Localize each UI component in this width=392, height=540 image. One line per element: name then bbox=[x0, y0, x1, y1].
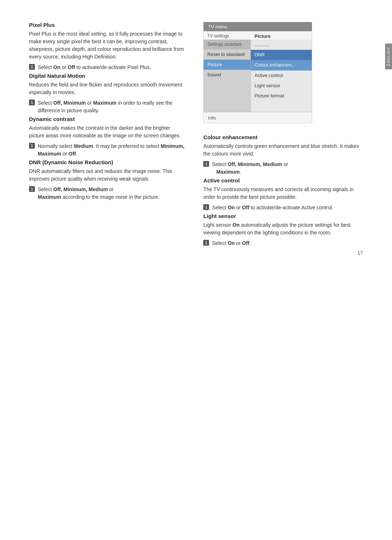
bullet-icon-4: 1 bbox=[29, 186, 35, 192]
bullet-icon-2: 1 bbox=[29, 100, 35, 105]
ce-title: Colour enhancement bbox=[203, 134, 363, 140]
bullet-icon-6: 1 bbox=[203, 204, 209, 210]
menu-right-dots: ............ bbox=[251, 40, 312, 50]
dnr-bullet: 1 Select Off, Minimum, Medium orMaximum … bbox=[29, 186, 185, 201]
menu-item-empty-1 bbox=[204, 80, 250, 91]
section-digital-natural-motion: Digital Natural Motion Reduces the field… bbox=[29, 73, 185, 114]
dnm-body: Reduces the field and line flicker and r… bbox=[29, 81, 185, 96]
section-dnr: DNR (Dynamic Noise Reduction) DNR automa… bbox=[29, 159, 185, 201]
menu-right-active-control[interactable]: Active control bbox=[251, 70, 312, 81]
dnr-title: DNR (Dynamic Noise Reduction) bbox=[29, 159, 185, 165]
dnm-bullet-text: Select Off, Minimum or Maximum in order … bbox=[38, 99, 185, 114]
tv-picture-label: Picture bbox=[251, 33, 274, 40]
tv-settings-label: TV settings bbox=[204, 33, 251, 40]
dc-bullet: 1 Normally select Medium. It may be pref… bbox=[29, 142, 185, 158]
bullet-icon-1: 1 bbox=[29, 64, 35, 70]
ce-body: Automatically controls green enhancement… bbox=[203, 142, 363, 158]
pixel-plus-title: Pixel Plus bbox=[29, 22, 185, 28]
menu-right-dnr[interactable]: DNR bbox=[251, 50, 312, 60]
section-dynamic-contrast: Dynamic contrast Automatically makes the… bbox=[29, 116, 185, 158]
dnr-body: DNR automatically filters out and reduce… bbox=[29, 168, 185, 183]
menu-right-empty bbox=[251, 101, 312, 112]
ls-bullet-text: Select On or Off. bbox=[212, 239, 251, 247]
ce-bullet-text: Select Off, Minimum, Medium or Maximum. bbox=[212, 161, 288, 176]
section-active-control: Active control The TV continuously measu… bbox=[203, 177, 363, 211]
ac-title: Active control bbox=[203, 177, 363, 184]
menu-item-picture[interactable]: Picture bbox=[204, 60, 250, 70]
menu-right-light-sensor[interactable]: Light sensor bbox=[251, 81, 312, 91]
tv-menu-panel: TV menu TV settings Picture Settings ass… bbox=[203, 22, 312, 123]
dc-bullet-text: Normally select Medium. It may be prefer… bbox=[38, 142, 185, 158]
side-tab-english: ENGLISH bbox=[385, 44, 392, 69]
menu-right-picture-format[interactable]: Picture format bbox=[251, 91, 312, 101]
menu-item-reset-to-standard[interactable]: Reset to standard bbox=[204, 49, 250, 60]
bullet-icon-5: 1 bbox=[203, 161, 209, 167]
right-column: TV menu TV settings Picture Settings ass… bbox=[196, 22, 363, 249]
section-pixel-plus: Pixel Plus Pixel Plus is the most ideal … bbox=[29, 22, 185, 71]
section-colour-enhancement: Colour enhancement Automatically control… bbox=[203, 134, 363, 176]
ac-body: The TV continuously measures and correct… bbox=[203, 186, 363, 201]
ce-bullet: 1 Select Off, Minimum, Medium or Maximum… bbox=[203, 161, 363, 176]
ls-bullet: 1 Select On or Off. bbox=[203, 239, 363, 247]
dc-body: Automatically makes the contrast in the … bbox=[29, 124, 185, 140]
menu-item-settings-assistant[interactable]: Settings assistant bbox=[204, 40, 250, 49]
ls-title: Light sensor bbox=[203, 213, 363, 219]
tv-menu-left-col: Settings assistant Reset to standard Pic… bbox=[204, 40, 251, 112]
dnr-bullet-text: Select Off, Minimum, Medium orMaximum ac… bbox=[38, 186, 159, 201]
pixel-plus-bullet-text: Select On or Off to activate/de-activate… bbox=[38, 64, 151, 71]
menu-item-sound[interactable]: Sound bbox=[204, 70, 250, 80]
tv-menu-info-row: Info bbox=[204, 112, 312, 123]
tv-menu-header: TV menu bbox=[204, 22, 312, 31]
tv-menu-row: Settings assistant Reset to standard Pic… bbox=[204, 40, 312, 112]
dc-title: Dynamic contrast bbox=[29, 116, 185, 122]
left-column: Pixel Plus Pixel Plus is the most ideal … bbox=[29, 22, 196, 249]
ac-bullet: 1 Select On or Off to activate/de-activa… bbox=[203, 204, 363, 211]
dnm-bullet: 1 Select Off, Minimum or Maximum in orde… bbox=[29, 99, 185, 114]
menu-item-empty-2 bbox=[204, 91, 250, 102]
section-light-sensor: Light sensor Light sensor On automatical… bbox=[203, 213, 363, 247]
bullet-icon-3: 1 bbox=[29, 143, 35, 149]
ls-body: Light sensor On automatically adjusts th… bbox=[203, 221, 363, 237]
menu-right-colour-enhancem[interactable]: Colour enhancem.. bbox=[251, 60, 312, 70]
page-number: 17 bbox=[357, 250, 363, 256]
tv-menu-right-col: ............ DNR Colour enhancem.. Activ… bbox=[251, 40, 312, 112]
bullet-icon-7: 1 bbox=[203, 240, 209, 246]
page-container: Pixel Plus Pixel Plus is the most ideal … bbox=[0, 0, 392, 270]
dnm-title: Digital Natural Motion bbox=[29, 73, 185, 79]
tv-menu-info-label: Info bbox=[208, 115, 216, 121]
ac-bullet-text: Select On or Off to activate/de-activate… bbox=[212, 204, 333, 211]
pixel-plus-body: Pixel Plus is the most ideal setting, as… bbox=[29, 30, 185, 61]
pixel-plus-bullet: 1 Select On or Off to activate/de-activa… bbox=[29, 64, 185, 71]
